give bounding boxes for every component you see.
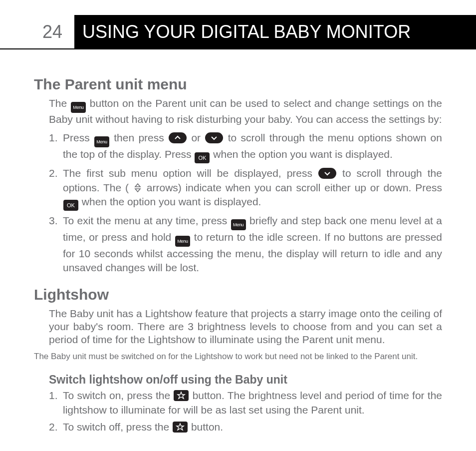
star-button-icon xyxy=(174,390,189,401)
parent-menu-intro: The Menu button on the Parent unit can b… xyxy=(49,97,442,126)
text: button on the Parent unit can be used to… xyxy=(49,97,442,125)
svg-marker-0 xyxy=(135,184,140,187)
section-parent-menu-title: The Parent unit menu xyxy=(34,76,442,93)
text: when the option you want is displayed. xyxy=(213,148,393,160)
chapter-title: USING YOUR DIGITAL BABY MONITOR xyxy=(82,15,411,49)
list-item: The first sub menu option will be displa… xyxy=(49,166,442,211)
lightshow-intro: The Baby unit has a Lightshow feature th… xyxy=(49,307,442,347)
parent-menu-steps: Press Menu then press or to scroll throu… xyxy=(49,131,442,275)
text: arrows) indicate when you can scroll eit… xyxy=(147,182,442,193)
ok-button-icon: OK xyxy=(195,152,210,163)
text: button. xyxy=(191,421,223,433)
text: To exit the menu at any time, press xyxy=(63,215,227,226)
menu-button-icon: Menu xyxy=(71,102,86,113)
list-item: To switch off, press the button. xyxy=(49,420,442,434)
text: when the option you want is displayed. xyxy=(82,196,261,207)
menu-button-icon: Menu xyxy=(231,219,246,230)
page-header: 24 USING YOUR DIGITAL BABY MONITOR xyxy=(0,15,476,49)
text: To switch on, press the xyxy=(63,390,170,401)
text: or xyxy=(191,132,201,143)
text: then press xyxy=(114,132,164,143)
ok-button-icon: OK xyxy=(63,200,78,211)
text: The first sub menu option will be displa… xyxy=(63,167,312,179)
up-button-icon xyxy=(169,132,187,143)
up-down-arrows-icon xyxy=(133,183,142,192)
svg-marker-2 xyxy=(178,392,185,399)
down-button-icon xyxy=(205,132,223,143)
lightshow-sub-title: Switch lightshow on/off using the Baby u… xyxy=(49,373,442,387)
menu-button-icon: Menu xyxy=(175,236,190,247)
text: To switch off, press the xyxy=(63,421,169,433)
star-button-icon xyxy=(173,422,188,433)
menu-button-icon: Menu xyxy=(94,136,109,147)
page-number: 24 xyxy=(35,15,70,49)
lightshow-steps: To switch on, press the button. The brig… xyxy=(49,389,442,434)
lightshow-note: The Baby unit must be switched on for th… xyxy=(34,351,442,362)
section-lightshow-title: Lightshow xyxy=(34,286,442,303)
list-item: To switch on, press the button. The brig… xyxy=(49,389,442,417)
svg-marker-3 xyxy=(177,424,184,430)
svg-marker-1 xyxy=(135,189,140,192)
page-content: The Parent unit menu The Menu button on … xyxy=(34,65,442,440)
down-button-icon xyxy=(318,168,336,179)
list-item: To exit the menu at any time, press Menu… xyxy=(49,214,442,275)
manual-page: 24 USING YOUR DIGITAL BABY MONITOR The P… xyxy=(0,0,476,451)
list-item: Press Menu then press or to scroll throu… xyxy=(49,131,442,163)
text: Press xyxy=(63,132,90,143)
text: The xyxy=(49,97,67,109)
